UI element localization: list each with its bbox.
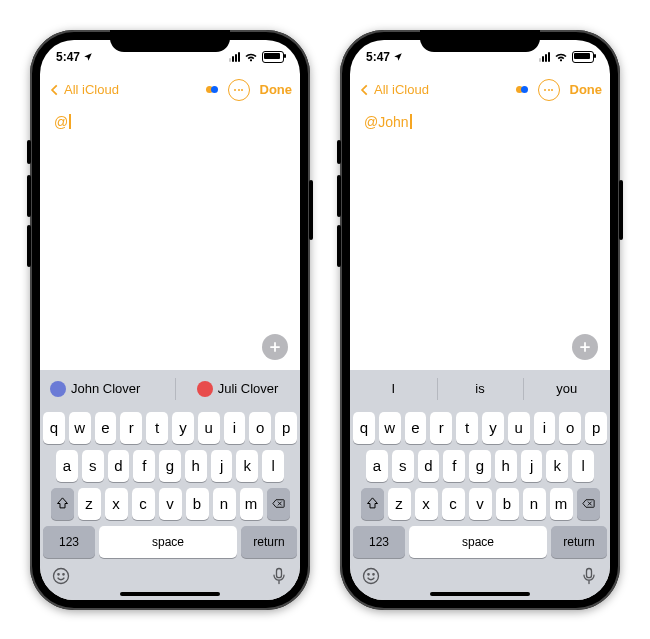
key-w[interactable]: w	[69, 412, 91, 444]
dictate-key[interactable]	[269, 566, 289, 586]
key-i[interactable]: i	[224, 412, 246, 444]
note-editor[interactable]: @	[40, 106, 300, 370]
key-l[interactable]: l	[262, 450, 284, 482]
numbers-key[interactable]: 123	[43, 526, 95, 558]
key-m[interactable]: m	[240, 488, 263, 520]
collaborate-icon[interactable]	[516, 86, 528, 93]
svg-point-5	[368, 573, 369, 574]
key-r[interactable]: r	[430, 412, 452, 444]
emoji-key[interactable]	[361, 566, 381, 586]
key-f[interactable]: f	[443, 450, 465, 482]
home-indicator[interactable]	[430, 592, 530, 596]
key-s[interactable]: s	[82, 450, 104, 482]
numbers-key[interactable]: 123	[353, 526, 405, 558]
chevron-left-icon	[48, 83, 62, 97]
more-button[interactable]	[538, 79, 560, 101]
svg-point-4	[364, 568, 379, 583]
key-g[interactable]: g	[159, 450, 181, 482]
key-r[interactable]: r	[120, 412, 142, 444]
shift-key[interactable]	[361, 488, 384, 520]
key-t[interactable]: t	[146, 412, 168, 444]
key-d[interactable]: d	[418, 450, 440, 482]
cellular-icon	[539, 52, 550, 62]
key-q[interactable]: q	[353, 412, 375, 444]
key-a[interactable]: a	[366, 450, 388, 482]
key-e[interactable]: e	[95, 412, 117, 444]
suggestion-word[interactable]: you	[523, 370, 610, 408]
key-y[interactable]: y	[172, 412, 194, 444]
text-cursor	[69, 114, 71, 129]
add-button[interactable]	[262, 334, 288, 360]
key-y[interactable]: y	[482, 412, 504, 444]
key-x[interactable]: x	[105, 488, 128, 520]
key-d[interactable]: d	[108, 450, 130, 482]
key-g[interactable]: g	[469, 450, 491, 482]
home-indicator[interactable]	[120, 592, 220, 596]
key-j[interactable]: j	[211, 450, 233, 482]
key-e[interactable]: e	[405, 412, 427, 444]
suggestion-contact[interactable]: John Clover	[40, 370, 175, 408]
backspace-key[interactable]	[267, 488, 290, 520]
key-m[interactable]: m	[550, 488, 573, 520]
space-key[interactable]: space	[409, 526, 547, 558]
dictate-key[interactable]	[579, 566, 599, 586]
key-p[interactable]: p	[275, 412, 297, 444]
suggestion-bar: I is you	[350, 370, 610, 408]
key-i[interactable]: i	[534, 412, 556, 444]
key-q[interactable]: q	[43, 412, 65, 444]
key-z[interactable]: z	[388, 488, 411, 520]
key-s[interactable]: s	[392, 450, 414, 482]
key-n[interactable]: n	[213, 488, 236, 520]
key-b[interactable]: b	[496, 488, 519, 520]
key-c[interactable]: c	[132, 488, 155, 520]
keyboard: q w e r t y u i o p a s d f g h	[350, 408, 610, 600]
key-c[interactable]: c	[442, 488, 465, 520]
navigation-bar: All iCloud Done	[350, 74, 610, 106]
key-k[interactable]: k	[546, 450, 568, 482]
key-f[interactable]: f	[133, 450, 155, 482]
key-v[interactable]: v	[159, 488, 182, 520]
key-w[interactable]: w	[379, 412, 401, 444]
emoji-key[interactable]	[51, 566, 71, 586]
key-o[interactable]: o	[249, 412, 271, 444]
collaborate-icon[interactable]	[206, 86, 218, 93]
key-u[interactable]: u	[198, 412, 220, 444]
key-k[interactable]: k	[236, 450, 258, 482]
back-button[interactable]: All iCloud	[358, 82, 429, 97]
suggestion-word[interactable]: I	[350, 370, 437, 408]
more-button[interactable]	[228, 79, 250, 101]
key-u[interactable]: u	[508, 412, 530, 444]
backspace-key[interactable]	[577, 488, 600, 520]
suggestion-label: you	[556, 381, 577, 396]
key-b[interactable]: b	[186, 488, 209, 520]
key-z[interactable]: z	[78, 488, 101, 520]
key-o[interactable]: o	[559, 412, 581, 444]
key-h[interactable]: h	[185, 450, 207, 482]
key-t[interactable]: t	[456, 412, 478, 444]
back-label: All iCloud	[64, 82, 119, 97]
key-v[interactable]: v	[469, 488, 492, 520]
done-button[interactable]: Done	[570, 82, 603, 97]
return-key[interactable]: return	[551, 526, 607, 558]
key-p[interactable]: p	[585, 412, 607, 444]
avatar-icon	[50, 381, 66, 397]
note-editor[interactable]: @John	[350, 106, 610, 370]
key-h[interactable]: h	[495, 450, 517, 482]
add-button[interactable]	[572, 334, 598, 360]
space-key[interactable]: space	[99, 526, 237, 558]
key-j[interactable]: j	[521, 450, 543, 482]
suggestion-label: Juli Clover	[218, 381, 279, 396]
back-label: All iCloud	[374, 82, 429, 97]
suggestion-word[interactable]: is	[437, 370, 524, 408]
done-button[interactable]: Done	[260, 82, 293, 97]
suggestion-contact[interactable]: Juli Clover	[175, 370, 300, 408]
shift-key[interactable]	[51, 488, 74, 520]
key-x[interactable]: x	[415, 488, 438, 520]
key-a[interactable]: a	[56, 450, 78, 482]
key-n[interactable]: n	[523, 488, 546, 520]
location-icon	[83, 52, 93, 62]
key-l[interactable]: l	[572, 450, 594, 482]
return-key[interactable]: return	[241, 526, 297, 558]
svg-point-6	[373, 573, 374, 574]
back-button[interactable]: All iCloud	[48, 82, 119, 97]
